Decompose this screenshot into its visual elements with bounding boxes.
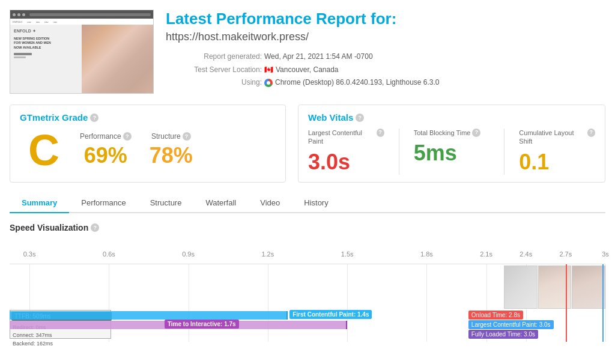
server-value: 🇨🇦 Vancouver, Canada — [264, 64, 339, 77]
performance-metric: Performance ? 69% — [80, 132, 132, 168]
mark-0: 0.3s — [23, 250, 36, 258]
performance-value: 69% — [80, 143, 132, 168]
tab-history[interactable]: History — [292, 193, 340, 213]
lcp-value: 3.0s — [308, 150, 384, 175]
tab-summary[interactable]: Summary — [10, 193, 69, 213]
generated-value: Wed, Apr 21, 2021 1:54 AM -0700 — [264, 50, 373, 64]
lcp-vital: Largest Contentful Paint ? 3.0s — [308, 129, 384, 175]
gtmetrix-help-icon[interactable]: ? — [90, 114, 98, 122]
structure-value: 78% — [150, 143, 193, 168]
mark-7: 2.4s — [520, 250, 532, 258]
structure-help-icon[interactable]: ? — [183, 132, 191, 141]
speed-timeline: 0.3s 0.6s 0.9s 1.2s 1.5s 1.8s 2.1s 2.4s … — [10, 238, 605, 342]
onload-vline — [566, 264, 567, 342]
grid-1.5s — [347, 264, 348, 342]
tbt-value: 5ms — [414, 141, 490, 166]
flag-icon: 🇨🇦 — [264, 64, 273, 77]
webvitals-inner: Largest Contentful Paint ? 3.0s Total Bl… — [308, 129, 595, 175]
using-label: Using: — [166, 76, 262, 89]
using-value: Chrome (Desktop) 86.0.4240.193, Lighthou… — [264, 76, 440, 89]
mark-2: 0.9s — [182, 250, 195, 258]
webvitals-card: Web Vitals ? Largest Contentful Paint ? … — [298, 105, 605, 183]
mark-1: 0.6s — [103, 250, 115, 258]
screenshot-1 — [504, 265, 538, 309]
gtmetrix-card: GTmetrix Grade ? C Performance ? 69% Str… — [10, 105, 286, 183]
tab-video[interactable]: Video — [248, 193, 292, 213]
mark-5: 1.8s — [420, 250, 433, 258]
chrome-icon — [264, 79, 273, 87]
tabs-section: Summary Performance Structure Waterfall … — [10, 193, 605, 213]
tbt-vital: Total Blocking Time ? 5ms — [414, 129, 490, 175]
mark-8: 2.7s — [559, 250, 572, 258]
report-title: Latest Performance Report for: — [166, 10, 605, 28]
cls-value: 0.1 — [519, 150, 595, 175]
fcp-label: First Contentful Paint: 1.4s — [289, 310, 372, 319]
speed-viz-help-icon[interactable]: ? — [91, 223, 99, 232]
cls-help-icon[interactable]: ? — [587, 129, 595, 137]
grid-1.2s — [268, 264, 268, 342]
screenshot-3 — [572, 265, 605, 309]
tab-performance[interactable]: Performance — [69, 193, 138, 213]
structure-metric: Structure ? 78% — [150, 132, 193, 168]
cls-vital: Cumulative Layout Shift ? 0.1 — [519, 129, 595, 175]
header-info: Latest Performance Report for: https://h… — [166, 10, 605, 89]
lcp-vline — [602, 264, 604, 342]
server-label: Test Server Location: — [166, 64, 262, 77]
grid-1.8s — [426, 264, 427, 342]
grid-3s — [605, 264, 606, 342]
header-section: ENFOLD nav nav nav nav ENFOLD ✦ NEW SPRI… — [10, 10, 605, 94]
timeline-bar-container: TTFB: 509ms Redirect: 0ms Connect: 347ms… — [10, 264, 605, 342]
webvitals-title: Web Vitals ? — [308, 112, 595, 123]
performance-help-icon[interactable]: ? — [123, 132, 132, 141]
mark-3: 1.2s — [261, 250, 274, 258]
tab-structure[interactable]: Structure — [138, 193, 194, 213]
report-meta: Report generated: Wed, Apr 21, 2021 1:54… — [166, 50, 605, 89]
gtmetrix-title: GTmetrix Grade ? — [20, 112, 276, 123]
tab-waterfall[interactable]: Waterfall — [193, 193, 248, 213]
webvitals-help-icon[interactable]: ? — [356, 114, 364, 122]
lcp-timeline-label: Largest Contentful Paint: 3.0s — [468, 320, 554, 329]
site-thumbnail: ENFOLD nav nav nav nav ENFOLD ✦ NEW SPRI… — [10, 10, 154, 94]
speed-section: Speed Visualization ? 0.3s 0.6s 0.9s 1.2… — [10, 223, 605, 342]
flt-label: Fully Loaded Time: 3.0s — [468, 330, 538, 339]
generated-label: Report generated: — [166, 50, 262, 64]
mark-9: 3s — [602, 250, 609, 258]
grid-0.9s — [189, 264, 189, 342]
tti-label: Time to Interactive: 1.7s — [165, 320, 239, 329]
onload-label: Onload Time: 2.8s — [468, 311, 523, 320]
lcp-help-icon[interactable]: ? — [377, 129, 384, 137]
timeline-ruler: 0.3s 0.6s 0.9s 1.2s 1.5s 1.8s 2.1s 2.4s … — [10, 250, 605, 261]
grade-metrics: Performance ? 69% Structure ? 78% — [80, 132, 193, 168]
tbt-help-icon[interactable]: ? — [472, 129, 480, 137]
fcp-bar — [10, 311, 288, 320]
screenshot-strip — [504, 265, 605, 309]
mark-6: 2.1s — [480, 250, 492, 258]
report-url: https://host.makeitwork.press/ — [166, 31, 605, 43]
grades-section: GTmetrix Grade ? C Performance ? 69% Str… — [10, 105, 605, 183]
grade-letter: C — [20, 129, 68, 172]
mark-4: 1.5s — [341, 250, 354, 258]
speed-viz-title: Speed Visualization ? — [10, 223, 605, 232]
